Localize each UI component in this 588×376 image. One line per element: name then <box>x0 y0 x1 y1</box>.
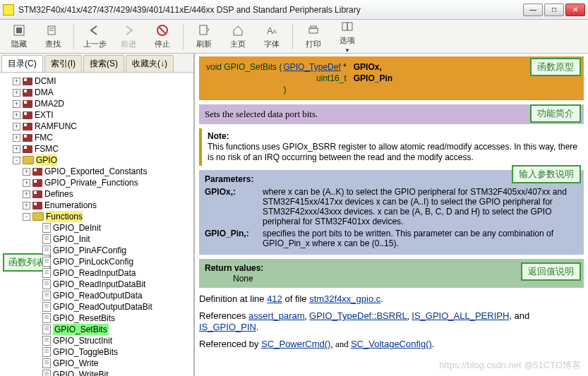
expand-icon[interactable]: + <box>23 190 30 198</box>
tree-label: GPIO_ToggleBits <box>53 346 118 358</box>
svg-rect-13 <box>347 23 352 30</box>
tree-label: GPIO_Private_Functions <box>44 177 138 188</box>
tree-label: GPIO_Init <box>53 234 90 245</box>
tree-node[interactable]: +Enumerations <box>3 200 192 211</box>
page-icon <box>42 257 51 267</box>
referenced-by-line: Referenced by SC_PowerCmd(), and SC_Volt… <box>199 339 584 350</box>
tree-node[interactable]: +FMC <box>3 132 192 143</box>
expand-icon[interactable]: + <box>13 123 20 131</box>
expand-icon[interactable]: + <box>13 145 20 153</box>
maximize-button[interactable]: □ <box>544 4 564 16</box>
expand-icon[interactable]: + <box>13 134 20 142</box>
closed-book-icon <box>23 78 32 85</box>
tree-node[interactable]: GPIO_ToggleBits <box>3 346 192 358</box>
annot-brief: 功能简介 <box>530 104 581 123</box>
tree-label: GPIO_ResetBits <box>53 313 115 324</box>
link-ref[interactable]: assert_param <box>248 310 304 321</box>
collapse-icon[interactable]: - <box>23 213 30 221</box>
tree-label: GPIO_WriteBit <box>53 369 108 376</box>
link-typedef[interactable]: GPIO_TypeDef <box>283 62 340 72</box>
close-button[interactable]: ✕ <box>565 4 585 16</box>
closed-book-icon <box>32 168 42 176</box>
tree-node[interactable]: +FSMC <box>3 143 192 154</box>
closed-book-icon <box>23 145 32 153</box>
page-icon <box>42 279 51 289</box>
tree-node[interactable]: +EXTI <box>3 109 192 121</box>
expand-icon[interactable]: + <box>13 111 20 119</box>
tab-fav[interactable]: 收藏夹(↓) <box>126 55 174 72</box>
home-button[interactable]: 主页 <box>223 23 253 49</box>
tree-node[interactable]: GPIO_ResetBits <box>3 313 192 324</box>
open-book-icon <box>23 156 34 164</box>
link-ref[interactable]: IS_GPIO_ALL_PERIPH <box>412 310 509 321</box>
closed-book-icon <box>23 111 32 119</box>
forward-button: 前进 <box>114 23 143 49</box>
refresh-button[interactable]: 刷新 <box>189 23 219 49</box>
tab-search[interactable]: 搜索(S) <box>83 55 124 72</box>
tree-label: GPIO <box>36 154 57 166</box>
print-button[interactable]: 打印 <box>299 23 328 49</box>
expand-icon[interactable]: + <box>13 78 20 85</box>
link-refby[interactable]: SC_PowerCmd() <box>261 339 330 349</box>
tree-node[interactable]: +GPIO_Exported_Constants <box>3 166 192 177</box>
expand-icon[interactable]: + <box>13 89 20 97</box>
tree-node[interactable]: GPIO_ReadOutputData <box>3 290 192 301</box>
options-icon <box>340 20 354 34</box>
tree-node[interactable]: GPIO_ReadInputDataBit <box>3 279 192 290</box>
tree-node[interactable]: GPIO_DeInit <box>3 222 192 234</box>
find-button[interactable]: 查找 <box>38 23 68 49</box>
tree-node[interactable]: -Functions <box>3 211 192 222</box>
toc-tree[interactable]: +DCMI+DMA+DMA2D+EXTI+RAMFUNC+FMC+FSMC-GP… <box>0 73 193 376</box>
tree-node[interactable]: +DCMI <box>3 75 192 87</box>
tree-node[interactable]: GPIO_SetBits <box>3 324 192 335</box>
expand-icon[interactable]: + <box>23 202 30 210</box>
link-ref[interactable]: IS_GPIO_PIN <box>199 322 256 332</box>
tree-label: GPIO_ReadOutputDataBit <box>53 301 152 313</box>
content-pane[interactable]: 函数原型 void GPIO_SetBits ( GPIO_TypeDef * … <box>195 54 588 376</box>
tree-node[interactable]: +DMA2D <box>3 98 192 109</box>
options-button[interactable]: 选项▼ <box>332 20 362 54</box>
link-ref[interactable]: GPIO_TypeDef::BSRRL <box>309 310 407 321</box>
page-icon <box>42 234 51 244</box>
chevron-down-icon: ▼ <box>344 47 350 54</box>
minimize-button[interactable]: — <box>523 4 543 16</box>
tree-node[interactable]: +GPIO_Private_Functions <box>3 177 192 188</box>
tab-toc[interactable]: 目录(C) <box>1 55 43 72</box>
tree-node[interactable]: GPIO_WriteBit <box>3 369 192 376</box>
expand-icon[interactable]: + <box>13 100 20 108</box>
tree-label: DCMI <box>35 75 56 87</box>
closed-book-icon <box>23 123 32 131</box>
tree-node[interactable]: GPIO_Init <box>3 234 192 245</box>
tree-label: RAMFUNC <box>35 121 77 132</box>
twist-blank <box>32 224 40 232</box>
page-icon <box>42 336 51 346</box>
tree-node[interactable]: +DMA <box>3 87 192 98</box>
svg-rect-12 <box>342 23 347 30</box>
tree-label: GPIO_ReadInputDataBit <box>53 279 145 290</box>
expand-icon[interactable]: + <box>23 179 30 187</box>
expand-icon[interactable]: + <box>23 168 30 176</box>
tree-node[interactable]: +Defines <box>3 188 192 200</box>
closed-book-icon <box>23 100 32 108</box>
forward-icon <box>121 23 136 37</box>
annot-params: 输入参数说明 <box>512 165 581 183</box>
back-button[interactable]: 上一步 <box>80 23 109 49</box>
tree-node[interactable]: GPIO_StructInit <box>3 335 192 346</box>
tree-node[interactable]: +RAMFUNC <box>3 121 192 132</box>
font-button[interactable]: AA字体 <box>257 23 287 49</box>
tab-index[interactable]: 索引(I) <box>44 55 82 72</box>
svg-rect-11 <box>311 26 316 28</box>
tree-node[interactable]: -GPIO <box>3 154 192 166</box>
link-file[interactable]: stm32f4xx_gpio.c <box>309 293 380 304</box>
page-icon <box>42 245 51 255</box>
link-line[interactable]: 412 <box>267 293 282 304</box>
collapse-icon[interactable]: - <box>13 157 20 164</box>
link-refby[interactable]: SC_VoltageConfig() <box>351 339 432 349</box>
page-icon <box>42 223 51 233</box>
tree-node[interactable]: GPIO_ReadOutputDataBit <box>3 301 192 313</box>
hide-button[interactable]: 隐藏 <box>4 23 34 49</box>
stop-button[interactable]: 停止 <box>148 23 177 49</box>
tree-node[interactable]: GPIO_Write <box>3 358 192 369</box>
page-icon <box>42 358 51 368</box>
svg-text:A: A <box>272 28 277 35</box>
